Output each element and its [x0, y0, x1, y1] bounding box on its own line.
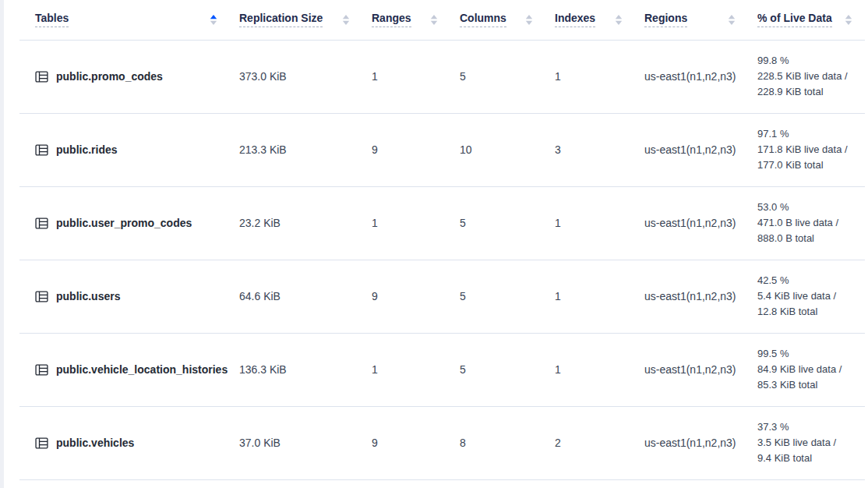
sort-arrows-icon[interactable]	[845, 14, 852, 26]
table-name-link[interactable]: public.vehicle_location_histories	[56, 363, 228, 376]
ranges-cell: 1	[362, 333, 450, 406]
live-data-amount: 171.8 KiB live data /	[757, 142, 860, 157]
table-header-row: Tables Replication Size	[19, 0, 865, 40]
live-data-amount: 471.0 B live data /	[757, 215, 860, 231]
indexes-cell: 1	[545, 186, 635, 260]
columns-cell: 10	[450, 113, 545, 186]
sort-arrows-icon[interactable]	[615, 14, 623, 26]
regions-cell: us-east1(n1,n2,n3)	[635, 260, 748, 333]
table-row: public.user_promo_codes 23.2 KiB 1 5 1 u…	[19, 186, 865, 260]
live-data-percent: 99.8 %	[757, 53, 860, 69]
sort-arrows-icon[interactable]	[430, 14, 438, 26]
live-data-percent: 42.5 %	[757, 273, 860, 288]
table-icon	[35, 290, 48, 303]
table-name-cell: public.vehicle_location_histories	[19, 333, 230, 406]
live-data-amount: 5.4 KiB live data /	[757, 288, 860, 304]
column-header-label: Tables	[35, 12, 69, 27]
indexes-cell: 1	[545, 260, 635, 333]
table-row: public.promo_codes 373.0 KiB 1 5 1 us-ea…	[19, 40, 865, 113]
table-name-link[interactable]: public.rides	[56, 143, 118, 156]
sort-arrows-icon[interactable]	[210, 14, 217, 26]
live-data-cell: 42.5 % 5.4 KiB live data / 12.8 KiB tota…	[748, 260, 865, 333]
table-icon	[35, 363, 48, 377]
table-name-cell: public.rides	[19, 113, 230, 186]
column-header-regions[interactable]: Regions	[635, 0, 748, 40]
column-header-columns[interactable]: Columns	[450, 0, 545, 40]
total-data-amount: 177.0 KiB total	[757, 157, 860, 173]
live-data-percent: 97.1 %	[757, 126, 860, 142]
column-header-ranges[interactable]: Ranges	[362, 0, 450, 40]
table-name-cell: public.vehicles	[19, 406, 230, 479]
table-name-link[interactable]: public.users	[56, 290, 120, 302]
column-header-label: Replication Size	[239, 12, 323, 27]
column-header-label: Indexes	[555, 12, 595, 27]
live-data-cell: 99.8 % 228.5 KiB live data / 228.9 KiB t…	[748, 40, 865, 113]
total-data-amount: 228.9 KiB total	[757, 84, 860, 100]
indexes-cell: 3	[545, 113, 635, 186]
table-name-cell: public.promo_codes	[19, 40, 230, 113]
table-icon	[35, 143, 48, 157]
columns-cell: 5	[450, 333, 545, 406]
table-body: public.promo_codes 373.0 KiB 1 5 1 us-ea…	[19, 40, 865, 479]
indexes-cell: 1	[545, 333, 635, 406]
live-data-amount: 3.5 KiB live data /	[757, 435, 860, 451]
live-data-percent: 37.3 %	[757, 419, 860, 435]
table-icon	[35, 70, 48, 83]
table-name-link[interactable]: public.vehicles	[56, 437, 134, 449]
replication-size-cell: 37.0 KiB	[230, 406, 362, 479]
tables-list-page: Tables Replication Size	[0, 0, 868, 488]
indexes-cell: 1	[545, 40, 635, 113]
table-row: public.vehicles 37.0 KiB 9 8 2 us-east1(…	[19, 406, 865, 479]
column-header-tables[interactable]: Tables	[19, 0, 230, 40]
sort-arrows-icon[interactable]	[728, 14, 736, 26]
indexes-cell: 2	[545, 406, 635, 479]
column-header-label: Regions	[644, 12, 687, 27]
regions-cell: us-east1(n1,n2,n3)	[635, 40, 748, 113]
table-name-link[interactable]: public.promo_codes	[56, 70, 163, 83]
table-row: public.vehicle_location_histories 136.3 …	[19, 333, 865, 406]
columns-cell: 8	[450, 406, 545, 479]
total-data-amount: 888.0 B total	[757, 231, 860, 246]
regions-cell: us-east1(n1,n2,n3)	[635, 113, 748, 186]
table-name-link[interactable]: public.user_promo_codes	[56, 217, 192, 229]
live-data-amount: 84.9 KiB live data /	[757, 362, 860, 377]
sort-arrows-icon[interactable]	[342, 14, 350, 26]
table-name-cell: public.users	[19, 260, 230, 333]
total-data-amount: 9.4 KiB total	[757, 451, 860, 466]
column-header-label: % of Live Data	[757, 12, 832, 27]
ranges-cell: 9	[362, 113, 450, 186]
column-header-label: Ranges	[372, 12, 411, 27]
column-header-indexes[interactable]: Indexes	[545, 0, 635, 40]
columns-cell: 5	[450, 186, 545, 260]
table-icon	[35, 217, 48, 230]
table-name-cell: public.user_promo_codes	[19, 186, 230, 260]
column-header-label: Columns	[460, 12, 506, 27]
table-row: public.users 64.6 KiB 9 5 1 us-east1(n1,…	[19, 260, 865, 333]
column-header-replication-size[interactable]: Replication Size	[230, 0, 362, 40]
live-data-cell: 37.3 % 3.5 KiB live data / 9.4 KiB total	[748, 406, 865, 479]
ranges-cell: 9	[362, 260, 450, 333]
columns-cell: 5	[450, 40, 545, 113]
replication-size-cell: 213.3 KiB	[230, 113, 362, 186]
regions-cell: us-east1(n1,n2,n3)	[635, 186, 748, 260]
live-data-amount: 228.5 KiB live data /	[757, 69, 860, 84]
regions-cell: us-east1(n1,n2,n3)	[635, 406, 748, 479]
replication-size-cell: 136.3 KiB	[230, 333, 362, 406]
column-header-live-data[interactable]: % of Live Data	[748, 0, 865, 40]
sort-arrows-icon[interactable]	[525, 14, 533, 26]
columns-cell: 5	[450, 260, 545, 333]
replication-size-cell: 23.2 KiB	[230, 186, 362, 260]
live-data-cell: 97.1 % 171.8 KiB live data / 177.0 KiB t…	[748, 113, 865, 186]
replication-size-cell: 64.6 KiB	[230, 260, 362, 333]
total-data-amount: 12.8 KiB total	[757, 304, 860, 320]
ranges-cell: 9	[362, 406, 450, 479]
regions-cell: us-east1(n1,n2,n3)	[635, 333, 748, 406]
ranges-cell: 1	[362, 186, 450, 260]
tables-table: Tables Replication Size	[19, 0, 865, 480]
live-data-percent: 53.0 %	[757, 200, 860, 215]
table-icon	[35, 437, 48, 450]
table-row: public.rides 213.3 KiB 9 10 3 us-east1(n…	[19, 113, 865, 186]
ranges-cell: 1	[362, 40, 450, 113]
live-data-percent: 99.5 %	[757, 346, 860, 362]
page-left-gutter	[0, 0, 4, 488]
